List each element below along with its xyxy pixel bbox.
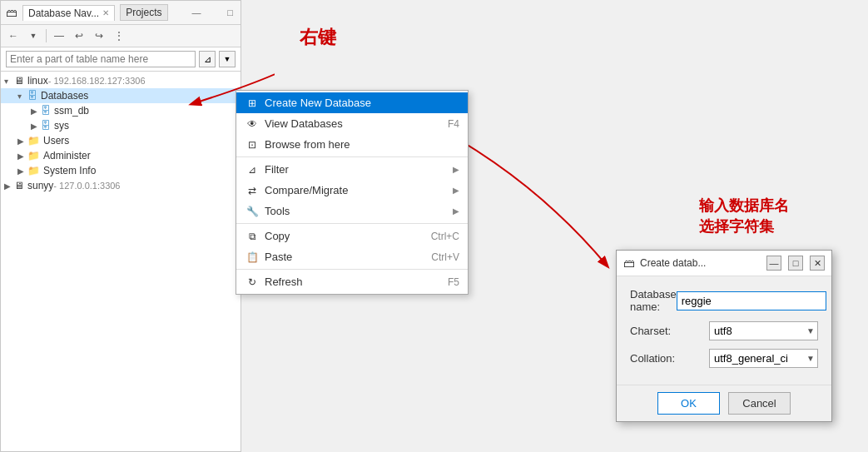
- view-db-icon: 👁: [245, 118, 260, 130]
- minimize-button[interactable]: —: [189, 7, 203, 17]
- annotation-chinese: 输入数据库名 选择字符集: [699, 196, 789, 237]
- database-tree: ▾ 🖥 linux - 192.168.182.127:3306 ▾ 🗄 Dat…: [1, 72, 241, 451]
- tab-database-nav[interactable]: Database Nav... ✕: [22, 5, 115, 21]
- tree-arrow-administer: ▶: [17, 151, 27, 161]
- tree-item-sys[interactable]: ▶ 🗄 sys: [1, 118, 241, 133]
- tree-item-sysinfo[interactable]: ▶ 📁 System Info: [1, 163, 241, 178]
- tree-label-linux: linux: [27, 75, 48, 87]
- filter-submenu-arrow: ▶: [453, 165, 459, 174]
- tree-arrow-sunyy: ▶: [4, 181, 14, 191]
- server-icon-sunyy: 🖥: [14, 180, 24, 191]
- dialog-minimize[interactable]: —: [766, 256, 781, 271]
- dialog-footer: OK Cancel: [617, 385, 831, 421]
- tool3-button[interactable]: ↪: [90, 27, 108, 44]
- tree-item-ssm-db[interactable]: ▶ 🗄 ssm_db: [1, 103, 241, 118]
- tab-projects[interactable]: Projects: [120, 4, 167, 21]
- create-database-dialog: 🗃 Create datab... — □ ✕ Database name: C…: [616, 250, 832, 422]
- dialog-title: Create datab...: [640, 257, 760, 269]
- copy-icon: ⧉: [245, 231, 260, 242]
- tree-item-linux[interactable]: ▾ 🖥 linux - 192.168.182.127:3306: [1, 73, 241, 88]
- tree-arrow-sys: ▶: [31, 122, 41, 131]
- browse-icon: ⊡: [245, 139, 260, 151]
- filter-button[interactable]: ⊿: [199, 51, 216, 67]
- compare-icon: ⇄: [245, 185, 260, 196]
- charset-label: Charset:: [630, 325, 709, 337]
- menu-item-browse[interactable]: ⊡ Browse from here: [236, 134, 468, 155]
- server-icon: 🖥: [14, 75, 24, 87]
- refresh-icon: ↻: [245, 276, 260, 288]
- folder-icon-administer: 📁: [27, 150, 40, 161]
- db-name-input[interactable]: [677, 291, 826, 310]
- dialog-icon: 🗃: [623, 256, 635, 270]
- database-folder-icon: 🗄: [27, 90, 37, 102]
- charset-select[interactable]: utf8 utf8mb4 latin1 gbk: [709, 321, 818, 340]
- maximize-button[interactable]: □: [225, 7, 236, 17]
- filter-dropdown-button[interactable]: ▼: [219, 51, 236, 67]
- dropdown-button[interactable]: ▼: [24, 27, 42, 44]
- panel-titlebar: 🗃 Database Nav... ✕ Projects — □: [1, 1, 241, 25]
- create-db-icon: ⊞: [245, 97, 260, 109]
- annotation-line1: 输入数据库名: [699, 196, 789, 216]
- tools-icon: 🔧: [245, 206, 260, 217]
- tree-item-administer[interactable]: ▶ 📁 Administer: [1, 148, 241, 163]
- search-bar: ⊿ ▼: [1, 47, 241, 72]
- charset-row: Charset: utf8 utf8mb4 latin1 gbk ▼: [630, 321, 818, 340]
- dialog-maximize[interactable]: □: [788, 256, 803, 271]
- dialog-titlebar: 🗃 Create datab... — □ ✕: [617, 251, 831, 276]
- tree-label-databases: Databases: [41, 90, 88, 102]
- tool1-button[interactable]: —: [50, 27, 68, 44]
- tree-arrow-users: ▶: [17, 137, 27, 146]
- menu-item-create-database[interactable]: ⊞ Create New Database: [236, 92, 468, 113]
- tree-label-sysinfo: System Info: [43, 165, 96, 176]
- tree-item-databases[interactable]: ▾ 🗄 Databases: [1, 88, 241, 103]
- annotation-right-click: 右键: [300, 25, 336, 50]
- paste-icon: 📋: [245, 251, 260, 263]
- ok-button[interactable]: OK: [657, 392, 720, 415]
- charset-select-wrapper: utf8 utf8mb4 latin1 gbk ▼: [709, 321, 818, 340]
- folder-icon-users: 📁: [27, 135, 40, 147]
- filter-icon: ⊿: [245, 164, 260, 176]
- menu-item-filter[interactable]: ⊿ Filter ▶: [236, 159, 468, 180]
- toolbar-separator: [46, 29, 47, 42]
- tree-arrow-linux: ▾: [4, 77, 14, 86]
- db-icon-sys: 🗄: [41, 120, 51, 132]
- tools-submenu-arrow: ▶: [453, 206, 459, 216]
- db-name-row: Database name:: [630, 288, 818, 313]
- connection-info: - 192.168.182.127:3306: [48, 76, 146, 86]
- search-input[interactable]: [6, 51, 196, 67]
- menu-separator-2: [236, 223, 468, 224]
- collation-row: Collation: utf8_general_ci utf8_unicode_…: [630, 349, 818, 368]
- compare-submenu-arrow: ▶: [453, 186, 459, 195]
- menu-item-refresh[interactable]: ↻ Refresh F5: [236, 271, 468, 292]
- tool2-button[interactable]: ↩: [70, 27, 88, 44]
- menu-separator-1: [236, 156, 468, 157]
- dialog-close[interactable]: ✕: [810, 256, 825, 271]
- panel-toolbar: ← ▼ — ↩ ↪ ⋮: [1, 25, 241, 47]
- menu-item-paste[interactable]: 📋 Paste Ctrl+V: [236, 246, 468, 267]
- collation-select-wrapper: utf8_general_ci utf8_unicode_ci utf8_bin…: [709, 349, 818, 368]
- back-button[interactable]: ←: [4, 27, 22, 44]
- tree-label-users: Users: [43, 135, 69, 147]
- menu-item-copy[interactable]: ⧉ Copy Ctrl+C: [236, 226, 468, 246]
- tree-label-ssm: ssm_db: [54, 105, 89, 117]
- tree-arrow-ssm: ▶: [31, 107, 41, 116]
- menu-separator-3: [236, 269, 468, 270]
- tree-label-administer: Administer: [43, 150, 91, 161]
- tree-label-sys: sys: [54, 120, 69, 132]
- menu-item-view-databases[interactable]: 👁 View Databases F4: [236, 113, 468, 134]
- more-button[interactable]: ⋮: [110, 27, 128, 44]
- menu-item-compare[interactable]: ⇄ Compare/Migrate ▶: [236, 180, 468, 201]
- collation-label: Collation:: [630, 352, 709, 365]
- annotation-line2: 选择字符集: [699, 216, 789, 237]
- db-icon-ssm: 🗄: [41, 105, 51, 117]
- db-name-label: Database name:: [630, 288, 677, 313]
- tree-item-sunyy[interactable]: ▶ 🖥 sunyy - 127.0.0.1:3306: [1, 178, 241, 193]
- dialog-body: Database name: Charset: utf8 utf8mb4 lat…: [617, 276, 831, 385]
- tree-label-sunyy: sunyy: [27, 180, 53, 191]
- tree-arrow-sysinfo: ▶: [17, 166, 27, 176]
- cancel-button[interactable]: Cancel: [728, 392, 791, 415]
- menu-item-tools[interactable]: 🔧 Tools ▶: [236, 201, 468, 221]
- tree-item-users[interactable]: ▶ 📁 Users: [1, 133, 241, 148]
- tree-arrow-databases: ▾: [17, 92, 27, 101]
- collation-select[interactable]: utf8_general_ci utf8_unicode_ci utf8_bin: [709, 349, 818, 368]
